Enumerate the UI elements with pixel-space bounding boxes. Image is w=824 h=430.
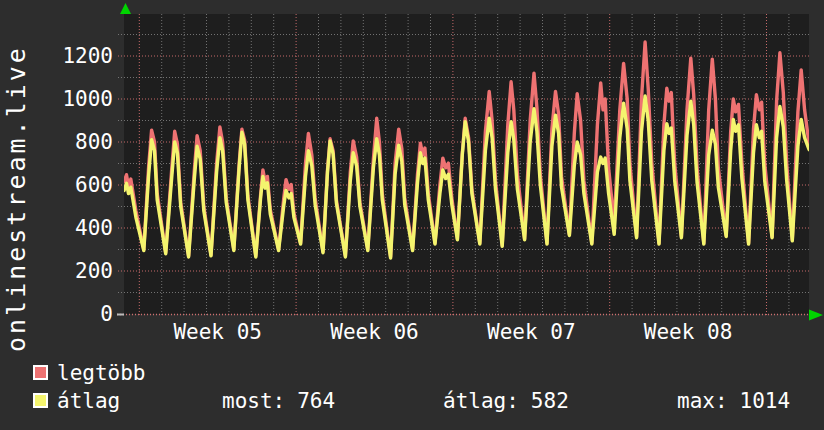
- stat-max-label: max:: [677, 389, 728, 413]
- y-tick-label: 200: [51, 260, 113, 282]
- stat-max: max:1014: [677, 389, 790, 413]
- y-tick-label: 1000: [51, 88, 113, 110]
- y-tick-label: 600: [51, 174, 113, 196]
- x-tick-label: Week 08: [608, 321, 768, 343]
- y-tick-label: 1200: [51, 45, 113, 67]
- legend-swatch-legtobb: [33, 365, 48, 380]
- y-tick-label: 800: [51, 131, 113, 153]
- legend-label-atlag: átlag: [57, 389, 120, 413]
- x-axis-arrow-icon: [809, 310, 823, 321]
- legend-swatch-atlag: [33, 393, 48, 408]
- stat-atlag-label: átlag:: [443, 389, 519, 413]
- y-tick-label: 0: [51, 303, 113, 325]
- x-tick-label: Week 07: [451, 321, 611, 343]
- chart-canvas: [0, 0, 824, 358]
- stat-most-label: most:: [222, 389, 285, 413]
- stat-atlag: átlag:582: [443, 389, 569, 413]
- legend-label-legtobb: legtöbb: [57, 361, 146, 385]
- vertical-axis-title: onlinestream.live: [2, 46, 31, 352]
- y-tick-label: 400: [51, 217, 113, 239]
- stat-max-value: 1014: [740, 389, 791, 413]
- x-tick-label: Week 06: [295, 321, 455, 343]
- stat-most: most:764: [222, 389, 335, 413]
- stat-most-value: 764: [297, 389, 335, 413]
- y-axis-arrow-icon: [120, 3, 131, 14]
- stat-atlag-value: 582: [531, 389, 569, 413]
- x-tick-label: Week 05: [138, 321, 298, 343]
